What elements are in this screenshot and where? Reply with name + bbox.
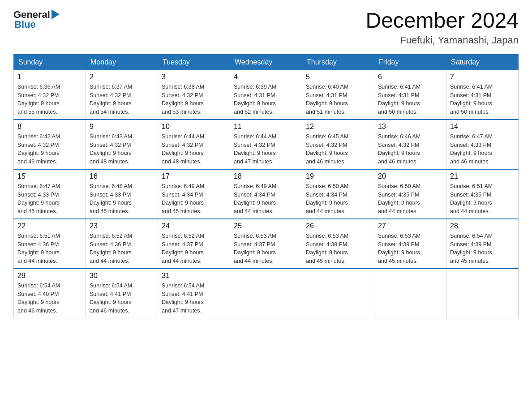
day-number: 26 <box>306 222 370 230</box>
day-number: 1 <box>17 73 82 81</box>
table-row: 20 Sunrise: 6:50 AM Sunset: 4:35 PM Dayl… <box>374 169 446 219</box>
logo-blue-text: Blue <box>14 19 36 30</box>
day-number: 12 <box>306 123 370 131</box>
day-number: 2 <box>90 73 154 81</box>
day-number: 28 <box>450 222 515 230</box>
table-row: 23 Sunrise: 6:52 AM Sunset: 4:36 PM Dayl… <box>86 219 158 269</box>
col-tuesday: Tuesday <box>158 54 230 70</box>
table-row <box>230 269 302 318</box>
day-number: 21 <box>450 172 515 180</box>
day-number: 8 <box>17 123 82 131</box>
day-number: 24 <box>162 222 226 230</box>
day-info: Sunrise: 6:54 AM Sunset: 4:41 PM Dayligh… <box>90 282 154 315</box>
day-number: 31 <box>162 272 226 280</box>
header: General Blue December 2024 Fuefuki, Yama… <box>13 9 519 46</box>
logo: General Blue <box>13 9 60 30</box>
table-row <box>446 269 519 318</box>
day-info: Sunrise: 6:47 AM Sunset: 4:33 PM Dayligh… <box>17 182 82 216</box>
table-row <box>302 269 374 318</box>
table-row: 29 Sunrise: 6:54 AM Sunset: 4:40 PM Dayl… <box>14 269 86 318</box>
table-row: 26 Sunrise: 6:53 AM Sunset: 4:38 PM Dayl… <box>302 219 374 269</box>
header-row: Sunday Monday Tuesday Wednesday Thursday… <box>14 54 519 70</box>
calendar-subtitle: Fuefuki, Yamanashi, Japan <box>365 34 519 46</box>
logo-arrow-icon <box>51 9 60 19</box>
day-number: 17 <box>162 172 226 180</box>
day-number: 19 <box>306 172 370 180</box>
day-info: Sunrise: 6:51 AM Sunset: 4:36 PM Dayligh… <box>17 232 82 265</box>
table-row: 14 Sunrise: 6:47 AM Sunset: 4:33 PM Dayl… <box>446 120 519 169</box>
day-info: Sunrise: 6:43 AM Sunset: 4:32 PM Dayligh… <box>90 133 154 166</box>
day-info: Sunrise: 6:49 AM Sunset: 4:34 PM Dayligh… <box>162 182 226 216</box>
table-row: 16 Sunrise: 6:48 AM Sunset: 4:33 PM Dayl… <box>86 169 158 219</box>
table-row: 5 Sunrise: 6:40 AM Sunset: 4:31 PM Dayli… <box>302 70 374 120</box>
day-info: Sunrise: 6:53 AM Sunset: 4:38 PM Dayligh… <box>306 232 370 265</box>
day-number: 29 <box>17 272 82 280</box>
table-row: 9 Sunrise: 6:43 AM Sunset: 4:32 PM Dayli… <box>86 120 158 169</box>
table-row: 12 Sunrise: 6:45 AM Sunset: 4:32 PM Dayl… <box>302 120 374 169</box>
table-row: 30 Sunrise: 6:54 AM Sunset: 4:41 PM Dayl… <box>86 269 158 318</box>
col-sunday: Sunday <box>14 54 86 70</box>
col-saturday: Saturday <box>446 54 519 70</box>
table-row: 22 Sunrise: 6:51 AM Sunset: 4:36 PM Dayl… <box>14 219 86 269</box>
table-row: 24 Sunrise: 6:52 AM Sunset: 4:37 PM Dayl… <box>158 219 230 269</box>
table-row: 3 Sunrise: 6:38 AM Sunset: 4:32 PM Dayli… <box>158 70 230 120</box>
day-number: 23 <box>90 222 154 230</box>
calendar-table: Sunday Monday Tuesday Wednesday Thursday… <box>13 54 519 318</box>
calendar-title: December 2024 <box>365 9 519 33</box>
table-row: 17 Sunrise: 6:49 AM Sunset: 4:34 PM Dayl… <box>158 169 230 219</box>
day-number: 13 <box>378 123 442 131</box>
day-info: Sunrise: 6:37 AM Sunset: 4:32 PM Dayligh… <box>90 83 154 116</box>
day-number: 27 <box>378 222 442 230</box>
col-wednesday: Wednesday <box>230 54 302 70</box>
day-info: Sunrise: 6:36 AM Sunset: 4:32 PM Dayligh… <box>17 83 82 116</box>
day-number: 10 <box>162 123 226 131</box>
calendar-week-row: 8 Sunrise: 6:42 AM Sunset: 4:32 PM Dayli… <box>14 120 519 169</box>
day-info: Sunrise: 6:44 AM Sunset: 4:32 PM Dayligh… <box>162 133 226 166</box>
day-info: Sunrise: 6:54 AM Sunset: 4:41 PM Dayligh… <box>162 282 226 315</box>
table-row: 15 Sunrise: 6:47 AM Sunset: 4:33 PM Dayl… <box>14 169 86 219</box>
day-number: 30 <box>90 272 154 280</box>
day-info: Sunrise: 6:40 AM Sunset: 4:31 PM Dayligh… <box>306 83 370 116</box>
day-info: Sunrise: 6:52 AM Sunset: 4:36 PM Dayligh… <box>90 232 154 265</box>
day-number: 18 <box>234 172 298 180</box>
day-number: 9 <box>90 123 154 131</box>
day-info: Sunrise: 6:42 AM Sunset: 4:32 PM Dayligh… <box>17 133 82 166</box>
day-info: Sunrise: 6:45 AM Sunset: 4:32 PM Dayligh… <box>306 133 370 166</box>
day-number: 7 <box>450 73 515 81</box>
day-info: Sunrise: 6:50 AM Sunset: 4:34 PM Dayligh… <box>306 182 370 216</box>
table-row: 21 Sunrise: 6:51 AM Sunset: 4:35 PM Dayl… <box>446 169 519 219</box>
day-info: Sunrise: 6:39 AM Sunset: 4:31 PM Dayligh… <box>234 83 298 116</box>
table-row: 13 Sunrise: 6:46 AM Sunset: 4:32 PM Dayl… <box>374 120 446 169</box>
day-number: 22 <box>17 222 82 230</box>
day-info: Sunrise: 6:41 AM Sunset: 4:31 PM Dayligh… <box>450 83 515 116</box>
calendar-week-row: 1 Sunrise: 6:36 AM Sunset: 4:32 PM Dayli… <box>14 70 519 120</box>
day-number: 3 <box>162 73 226 81</box>
col-friday: Friday <box>374 54 446 70</box>
day-number: 5 <box>306 73 370 81</box>
table-row: 7 Sunrise: 6:41 AM Sunset: 4:31 PM Dayli… <box>446 70 519 120</box>
day-info: Sunrise: 6:44 AM Sunset: 4:32 PM Dayligh… <box>234 133 298 166</box>
day-info: Sunrise: 6:53 AM Sunset: 4:37 PM Dayligh… <box>234 232 298 265</box>
table-row: 1 Sunrise: 6:36 AM Sunset: 4:32 PM Dayli… <box>14 70 86 120</box>
calendar-week-row: 22 Sunrise: 6:51 AM Sunset: 4:36 PM Dayl… <box>14 219 519 269</box>
day-number: 25 <box>234 222 298 230</box>
day-info: Sunrise: 6:52 AM Sunset: 4:37 PM Dayligh… <box>162 232 226 265</box>
day-info: Sunrise: 6:51 AM Sunset: 4:35 PM Dayligh… <box>450 182 515 216</box>
col-thursday: Thursday <box>302 54 374 70</box>
day-info: Sunrise: 6:47 AM Sunset: 4:33 PM Dayligh… <box>450 133 515 166</box>
table-row: 25 Sunrise: 6:53 AM Sunset: 4:37 PM Dayl… <box>230 219 302 269</box>
table-row: 6 Sunrise: 6:41 AM Sunset: 4:31 PM Dayli… <box>374 70 446 120</box>
table-row <box>374 269 446 318</box>
table-row: 27 Sunrise: 6:53 AM Sunset: 4:39 PM Dayl… <box>374 219 446 269</box>
table-row: 19 Sunrise: 6:50 AM Sunset: 4:34 PM Dayl… <box>302 169 374 219</box>
day-info: Sunrise: 6:54 AM Sunset: 4:40 PM Dayligh… <box>17 282 82 315</box>
table-row: 18 Sunrise: 6:49 AM Sunset: 4:34 PM Dayl… <box>230 169 302 219</box>
table-row: 11 Sunrise: 6:44 AM Sunset: 4:32 PM Dayl… <box>230 120 302 169</box>
table-row: 31 Sunrise: 6:54 AM Sunset: 4:41 PM Dayl… <box>158 269 230 318</box>
day-number: 16 <box>90 172 154 180</box>
day-number: 11 <box>234 123 298 131</box>
day-info: Sunrise: 6:38 AM Sunset: 4:32 PM Dayligh… <box>162 83 226 116</box>
day-info: Sunrise: 6:50 AM Sunset: 4:35 PM Dayligh… <box>378 182 442 216</box>
day-info: Sunrise: 6:54 AM Sunset: 4:39 PM Dayligh… <box>450 232 515 265</box>
calendar-week-row: 29 Sunrise: 6:54 AM Sunset: 4:40 PM Dayl… <box>14 269 519 318</box>
